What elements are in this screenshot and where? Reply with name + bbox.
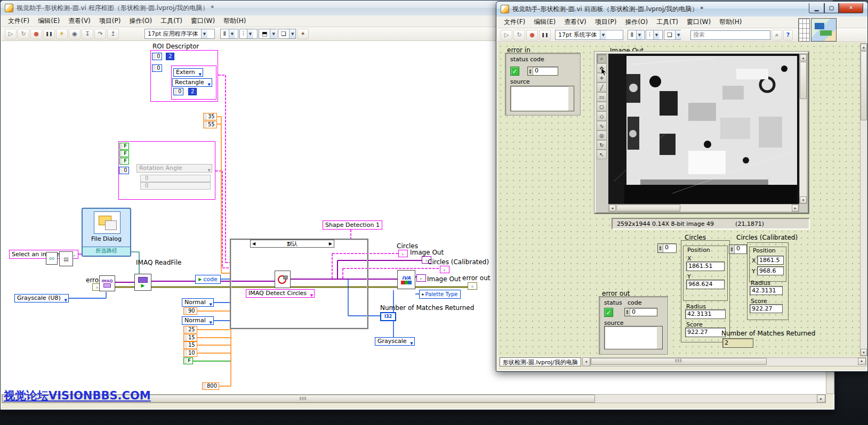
run-button[interactable]: ▷ xyxy=(501,30,512,40)
rotation-value-2[interactable]: 0 xyxy=(140,182,211,190)
circles-cal-index-spinner[interactable]: ▲▼ 0 xyxy=(729,244,747,254)
image-hscrollbar[interactable]: ◂ ▸ xyxy=(608,204,799,212)
error-in-code-field[interactable]: ▲▼ 0 xyxy=(527,67,558,76)
imaq-readfile-node[interactable]: ▶ xyxy=(134,274,151,291)
rect-const-2[interactable]: 2 xyxy=(188,88,197,95)
grayscale-enum[interactable]: Grayscale xyxy=(375,337,415,346)
panel-vscroll-thumb[interactable] xyxy=(861,51,867,120)
menu-edit[interactable]: 编辑(E) xyxy=(529,17,560,28)
rectangle-enum[interactable]: Rectangle xyxy=(172,78,212,87)
run-continuous-button[interactable]: ↻ xyxy=(18,29,29,39)
vi-path-box[interactable]: 形状检测-圆.lvproj/我的电脑 xyxy=(500,357,581,366)
cleanup-diagram-button[interactable]: ✦ xyxy=(297,29,309,39)
panel-hscrollbar[interactable]: ⦀⦀⦀ ▸ xyxy=(590,357,866,366)
i32-indicator[interactable]: I32 xyxy=(380,312,396,321)
scroll-down-icon[interactable]: ▾ xyxy=(800,197,807,203)
close-button[interactable]: ✕ xyxy=(839,3,863,13)
step-into-button[interactable]: ↧ xyxy=(82,29,93,39)
menu-project[interactable]: 项目(P) xyxy=(95,15,125,27)
circles-index-spinner[interactable]: ▲▼ 0 xyxy=(657,243,677,253)
menu-file[interactable]: 文件(F) xyxy=(4,15,34,27)
const-15b[interactable]: 15 xyxy=(183,341,197,349)
annulus-tool-icon[interactable]: ◎ xyxy=(597,130,607,140)
const-25[interactable]: 25 xyxy=(183,326,197,333)
error-in-source-box[interactable] xyxy=(510,86,574,111)
const-15a[interactable]: 15 xyxy=(183,334,197,341)
code-node[interactable]: ▶code xyxy=(195,275,221,284)
scroll-up-icon[interactable]: ▴ xyxy=(861,44,867,51)
bool-const-f2[interactable]: F xyxy=(119,150,129,157)
rotate-tool-icon[interactable]: ↻ xyxy=(597,140,607,150)
select-tool-icon[interactable]: ↖ xyxy=(597,150,607,159)
menu-tools[interactable]: 工具(T) xyxy=(156,15,187,27)
selected-path-output[interactable]: 所选路径 xyxy=(83,247,130,256)
menu-tools[interactable]: 工具(T) xyxy=(652,17,682,28)
case-selector[interactable]: ◀ 默认 ▶ xyxy=(250,240,334,248)
menu-help[interactable]: 帮助(H) xyxy=(219,15,250,27)
scroll-right-icon[interactable]: ▸ xyxy=(792,205,799,211)
distribute-objects-combo[interactable]: ⫶▼ xyxy=(646,30,663,40)
align-objects-combo[interactable]: ⫴▼ xyxy=(220,29,238,39)
circles-calibrated-indicator[interactable]: ▸ xyxy=(440,266,449,273)
run-continuous-button[interactable]: ↻ xyxy=(513,30,525,40)
imaq-create-node[interactable]: IMAQ xyxy=(99,275,115,291)
maximize-button[interactable]: ▢ xyxy=(824,3,839,13)
line-tool-icon[interactable]: ╱ xyxy=(597,83,607,92)
bool-const-f1[interactable]: F xyxy=(119,143,129,150)
palette-type-node[interactable]: ▸Palette Type xyxy=(419,290,461,299)
roi-const-2[interactable]: 2 xyxy=(166,53,174,60)
resize-objects-combo[interactable]: ⬒▼ xyxy=(259,29,277,39)
freehand-tool-icon[interactable]: ∿ xyxy=(597,121,607,130)
bool-const-f3[interactable]: F xyxy=(119,158,129,165)
path-constant-node[interactable]: oo xyxy=(46,252,58,265)
scroll-left-icon[interactable]: ◂ xyxy=(609,205,616,211)
menu-help[interactable]: 帮助(H) xyxy=(715,17,746,28)
menu-edit[interactable]: 编辑(E) xyxy=(34,15,64,27)
scroll-right-icon[interactable]: ▸ xyxy=(858,358,866,365)
font-combo[interactable]: 17pt 应用程序字体▼ xyxy=(144,29,215,39)
scroll-down-icon[interactable]: ▾ xyxy=(861,349,867,356)
front-panel-canvas[interactable]: error in status code ✓ ▲▼ 0 source Image… xyxy=(497,43,867,356)
const-90[interactable]: 90 xyxy=(183,307,197,315)
file-info-node[interactable]: ▤ xyxy=(59,251,73,266)
image-out2-indicator[interactable]: ▸ xyxy=(416,274,426,282)
zoom-tool-icon[interactable]: ⌕ xyxy=(597,54,607,63)
roi-const-0[interactable]: 0 xyxy=(152,53,162,60)
const-10[interactable]: 10 xyxy=(183,349,197,357)
spinner-arrows-icon[interactable]: ▲▼ xyxy=(729,245,735,254)
menu-window[interactable]: 窗口(W) xyxy=(187,15,219,27)
scroll-right-icon[interactable]: ▸ xyxy=(817,395,825,403)
help-button[interactable]: ? xyxy=(783,30,793,40)
menu-window[interactable]: 窗口(W) xyxy=(682,17,715,28)
pause-button[interactable]: ❚❚ xyxy=(539,30,551,40)
menu-view[interactable]: 查看(V) xyxy=(560,17,591,28)
step-out-button[interactable]: ↥ xyxy=(107,29,119,39)
detect-circles-node[interactable] xyxy=(275,271,291,288)
reorder-combo[interactable]: ❏▼ xyxy=(664,30,681,40)
pause-button[interactable]: ❚❚ xyxy=(43,29,55,39)
file-dialog-express-vi[interactable]: File Dialog 所选路径 xyxy=(82,208,131,257)
abort-button[interactable]: ● xyxy=(30,29,42,39)
extern-enum[interactable]: Extern xyxy=(173,68,203,77)
bool-const-f4[interactable]: F xyxy=(183,357,193,364)
normal-enum-2[interactable]: Normal xyxy=(182,316,214,325)
retain-wire-values-button[interactable]: ◉ xyxy=(69,29,81,39)
scroll-up-icon[interactable]: ▴ xyxy=(800,54,807,61)
image-hscroll-thumb[interactable] xyxy=(616,205,680,211)
search-input[interactable]: 搜索 xyxy=(690,30,770,40)
vi-icon[interactable] xyxy=(811,18,837,42)
rotation-value-1[interactable]: 0 xyxy=(140,175,211,182)
normal-enum-1[interactable]: Normal xyxy=(182,298,214,307)
abort-button[interactable]: ● xyxy=(526,30,538,40)
rotation-angle-combo[interactable]: Rotation Angle xyxy=(136,164,212,173)
image-vscrollbar[interactable]: ▴ ▾ xyxy=(799,54,807,204)
roi-const-0b[interactable]: 0 xyxy=(152,64,162,72)
panel-hscroll-thumb[interactable]: ⦀⦀⦀ xyxy=(591,358,767,365)
search-icon[interactable]: ⌕ xyxy=(771,30,782,40)
panel-vscrollbar[interactable]: ▴ ▾ xyxy=(860,43,867,356)
step-over-button[interactable]: ↷ xyxy=(94,29,106,39)
spinner-arrows-icon[interactable]: ▲▼ xyxy=(528,67,533,75)
align-objects-combo[interactable]: ⫴▼ xyxy=(628,30,645,40)
reorder-combo[interactable]: ❏▼ xyxy=(278,29,296,39)
spinner-arrows-icon[interactable]: ▲▼ xyxy=(658,244,663,252)
